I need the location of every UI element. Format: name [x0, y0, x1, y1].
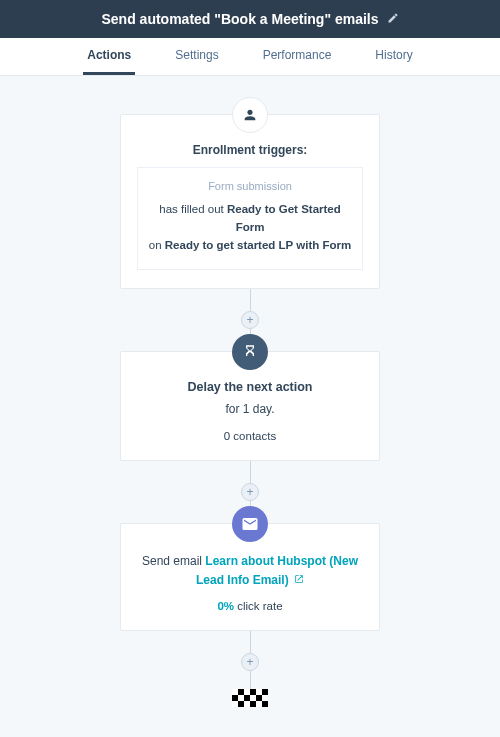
- trigger-line1-prefix: has filled out: [159, 203, 227, 215]
- click-rate-label: click rate: [234, 600, 283, 612]
- enrollment-card[interactable]: Enrollment triggers: Form submission has…: [120, 114, 380, 289]
- enrollment-trigger-box: Form submission has filled out Ready to …: [137, 167, 363, 270]
- email-action-text: Send email Learn about Hubspot (New Lead…: [137, 552, 363, 590]
- add-action-button[interactable]: +: [241, 483, 259, 501]
- click-rate: 0% click rate: [137, 600, 363, 612]
- trigger-page-name: Ready to get started LP with Form: [165, 239, 351, 251]
- mail-icon: [232, 506, 268, 542]
- connector: [250, 461, 251, 483]
- tab-settings[interactable]: Settings: [171, 38, 222, 75]
- trigger-line-2: on Ready to get started LP with Form: [146, 236, 354, 254]
- tab-performance[interactable]: Performance: [259, 38, 336, 75]
- contact-icon: [232, 97, 268, 133]
- email-card[interactable]: Send email Learn about Hubspot (New Lead…: [120, 523, 380, 631]
- add-action-button[interactable]: +: [241, 311, 259, 329]
- page-header: Send automated "Book a Meeting" emails: [0, 0, 500, 38]
- tab-bar: Actions Settings Performance History: [0, 38, 500, 76]
- delay-contacts: 0 contacts: [137, 430, 363, 442]
- tab-history[interactable]: History: [371, 38, 416, 75]
- tab-actions[interactable]: Actions: [83, 38, 135, 75]
- email-prefix: Send email: [142, 554, 205, 568]
- trigger-form-name: Ready to Get Started Form: [227, 203, 341, 233]
- add-action-button[interactable]: +: [241, 653, 259, 671]
- external-link-icon[interactable]: [292, 573, 304, 587]
- connector: [250, 631, 251, 653]
- email-link[interactable]: Learn about Hubspot (New Lead Info Email…: [196, 554, 358, 587]
- trigger-line-1: has filled out Ready to Get Started Form: [146, 200, 354, 237]
- workflow-canvas[interactable]: Enrollment triggers: Form submission has…: [0, 76, 500, 737]
- hourglass-icon: [232, 334, 268, 370]
- end-marker: [232, 689, 268, 707]
- delay-title: Delay the next action: [137, 380, 363, 394]
- click-rate-pct: 0%: [217, 600, 234, 612]
- trigger-line2-prefix: on: [149, 239, 165, 251]
- workflow-title: Send automated "Book a Meeting" emails: [102, 11, 379, 27]
- connector: [250, 289, 251, 311]
- connector: [250, 671, 251, 689]
- delay-duration: for 1 day.: [137, 402, 363, 416]
- edit-title-icon[interactable]: [387, 10, 399, 28]
- trigger-type-label: Form submission: [146, 178, 354, 196]
- delay-card[interactable]: Delay the next action for 1 day. 0 conta…: [120, 351, 380, 461]
- enrollment-heading: Enrollment triggers:: [137, 143, 363, 157]
